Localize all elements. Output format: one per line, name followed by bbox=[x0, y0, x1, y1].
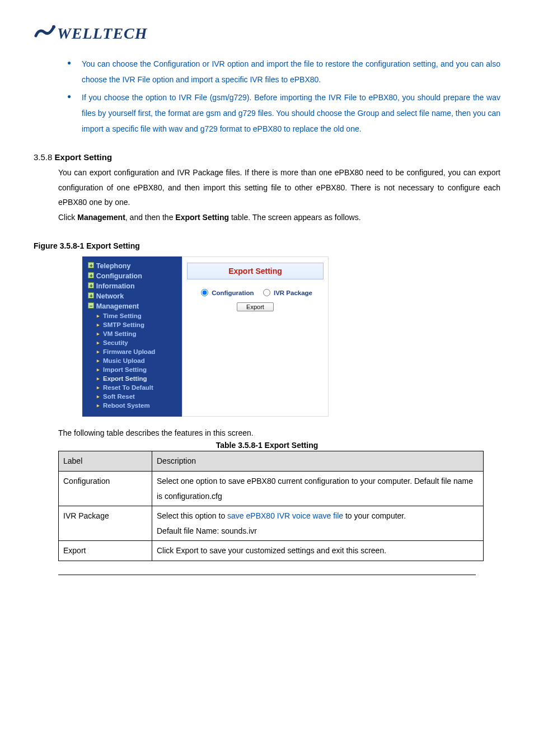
bullet-item: You can choose the Configuration or IVR … bbox=[67, 56, 500, 87]
cell-label: Export bbox=[59, 541, 152, 561]
body-text: table. The screen appears as follows. bbox=[229, 213, 361, 222]
figure-caption-text: Figure 3.5.8-1 Export Setting bbox=[34, 241, 140, 250]
nav-label: Configuration bbox=[96, 272, 142, 280]
cell-desc: Click Export to save your customized set… bbox=[152, 541, 484, 561]
nav-sub-soft-reset[interactable]: Soft Reset bbox=[97, 392, 182, 401]
radio-group: Configuration IVR Package bbox=[187, 287, 324, 296]
logo: WELLTECH bbox=[34, 22, 500, 45]
section-title: Export Setting bbox=[55, 152, 113, 162]
table-caption: Table 3.5.8-1 Export Setting bbox=[34, 441, 500, 450]
body-text: Click bbox=[58, 213, 77, 222]
nav-sub-security[interactable]: Secutity bbox=[97, 338, 182, 347]
nav-label: Network bbox=[96, 292, 124, 300]
cell-label: Configuration bbox=[59, 471, 152, 506]
nav-sub-export-setting[interactable]: Export Setting bbox=[97, 374, 182, 383]
section-body: You can export configuration and IVR Pac… bbox=[58, 165, 500, 225]
content-panel: Export Setting Configuration IVR Package… bbox=[182, 256, 329, 417]
nav-sub-vm-setting[interactable]: VM Setting bbox=[97, 329, 182, 338]
cell-text: to your computer. bbox=[343, 511, 406, 520]
nav-item-configuration[interactable]: +Configuration bbox=[82, 271, 182, 281]
radio-label: Configuration bbox=[212, 290, 254, 296]
body-bold: Export Setting bbox=[175, 213, 229, 222]
nav-item-telephony[interactable]: +Telephony bbox=[82, 261, 182, 271]
footer-rule bbox=[58, 575, 476, 575]
table-row: Configuration Select one option to save … bbox=[59, 471, 484, 506]
screenshot: +Telephony +Configuration +Information +… bbox=[82, 256, 329, 417]
nav-sub-music-upload[interactable]: Music Upload bbox=[97, 356, 182, 365]
radio-label: IVR Package bbox=[274, 290, 312, 296]
nav-item-network[interactable]: +Network bbox=[82, 291, 182, 301]
body-bold: Management bbox=[77, 213, 125, 222]
cell-label: IVR Package bbox=[59, 506, 152, 541]
body-text: You can export configuration and IVR Pac… bbox=[58, 168, 500, 207]
cell-text: Select this option to bbox=[157, 511, 227, 520]
nav-panel: +Telephony +Configuration +Information +… bbox=[82, 256, 182, 417]
logo-text: WELLTECH bbox=[57, 25, 148, 43]
nav-sub-reset-to-default[interactable]: Reset To Default bbox=[97, 383, 182, 392]
radio-configuration-input[interactable] bbox=[201, 289, 208, 296]
cell-text-highlight: save ePBX80 IVR voice wave file bbox=[227, 511, 343, 520]
cell-text: Default file Name: sounds.ivr bbox=[157, 526, 257, 535]
table-row: Export Click Export to save your customi… bbox=[59, 541, 484, 561]
table-header-description: Description bbox=[152, 451, 484, 472]
section-number: 3.5.8 bbox=[34, 152, 52, 162]
nav-item-information[interactable]: +Information bbox=[82, 281, 182, 291]
cell-desc: Select this option to save ePBX80 IVR vo… bbox=[152, 506, 484, 541]
logo-icon bbox=[34, 22, 56, 45]
nav-sub-smtp-setting[interactable]: SMTP Setting bbox=[97, 320, 182, 329]
nav-sub-time-setting[interactable]: Time Setting bbox=[97, 311, 182, 320]
panel-title: Export Setting bbox=[187, 263, 324, 279]
bullet-list: You can choose the Configuration or IVR … bbox=[67, 56, 500, 137]
nav-item-management[interactable]: −Management Time Setting SMTP Setting VM… bbox=[82, 301, 182, 411]
nav-sub-firmware-upload[interactable]: Firmware Upload bbox=[97, 347, 182, 356]
description-table: Label Description Configuration Select o… bbox=[58, 451, 484, 561]
radio-ivr-package[interactable]: IVR Package bbox=[260, 290, 312, 296]
radio-configuration[interactable]: Configuration bbox=[198, 290, 254, 296]
post-figure-text: The following table describes the featur… bbox=[58, 428, 500, 437]
nav-label: Telephony bbox=[96, 262, 131, 270]
bullet-item: If you choose the option to IVR File (gs… bbox=[67, 90, 500, 137]
table-row: IVR Package Select this option to save e… bbox=[59, 506, 484, 541]
nav-sub-import-setting[interactable]: Import Setting bbox=[97, 365, 182, 374]
nav-label: Information bbox=[96, 282, 135, 290]
svg-point-0 bbox=[52, 25, 55, 29]
figure-caption: Figure 3.5.8-1 Export Setting bbox=[34, 241, 500, 250]
body-text: , and then the bbox=[125, 213, 176, 222]
export-button[interactable]: Export bbox=[237, 302, 274, 311]
section-heading: 3.5.8 Export Setting bbox=[34, 152, 500, 162]
nav-label: Management bbox=[96, 302, 139, 310]
nav-sub-reboot-system[interactable]: Reboot System bbox=[97, 401, 182, 410]
panel-title-text: Export Setting bbox=[228, 267, 282, 276]
radio-ivr-input[interactable] bbox=[263, 289, 270, 296]
table-header-label: Label bbox=[59, 451, 152, 472]
cell-desc: Select one option to save ePBX80 current… bbox=[152, 471, 484, 506]
